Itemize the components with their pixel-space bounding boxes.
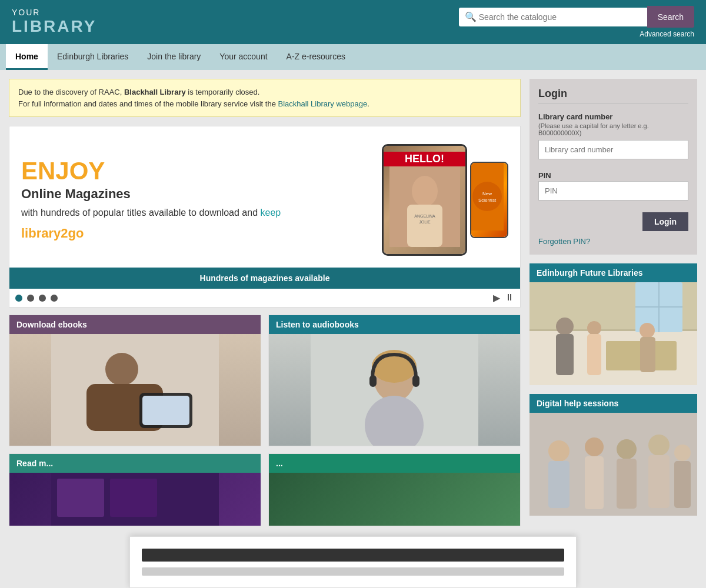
carousel: ENJOY Online Magazines with hundreds of …: [9, 126, 521, 308]
nav-item-eresources[interactable]: A-Z e-resources: [277, 44, 355, 70]
extra-box: ...: [268, 453, 521, 526]
edinburgh-future-image: [530, 282, 697, 385]
edinburgh-future-header[interactable]: Edinburgh Future Libraries: [530, 263, 697, 282]
search-area: 🔍 Search Advanced search: [459, 6, 694, 38]
library2go-num: 2: [61, 226, 68, 240]
carousel-keep: keep: [261, 208, 281, 218]
notice-text3: .: [367, 99, 369, 108]
audiobooks-illustration: [269, 334, 520, 446]
carousel-dot-4[interactable]: [51, 295, 58, 302]
phone-illustration: New Scientist: [471, 163, 504, 230]
nav-item-join[interactable]: Join the library: [138, 44, 210, 70]
magazine-tablet: HELLO! ANGELINA JOLIE: [382, 144, 467, 256]
svg-rect-38: [640, 337, 655, 372]
read-box-label-cut: ...: [46, 459, 54, 468]
read-box-image: [9, 473, 261, 526]
advanced-search-link[interactable]: Advanced search: [640, 30, 694, 38]
library2go-go: go: [68, 226, 84, 240]
nav-item-edinburgh[interactable]: Edinburgh Libraries: [48, 44, 138, 70]
forgotten-pin-link[interactable]: Forgotten PIN?: [538, 237, 688, 246]
notice-bold: Blackhall Library: [124, 88, 186, 96]
svg-point-46: [648, 435, 670, 456]
phone-inner: New Scientist: [471, 163, 507, 237]
logo-your: YOUR: [12, 8, 96, 17]
read-svg: [9, 473, 261, 526]
audiobooks-svg: [269, 334, 520, 446]
svg-text:HELLO!: HELLO!: [410, 155, 438, 163]
svg-rect-36: [587, 334, 601, 375]
carousel-play-pause[interactable]: ▶ ⏸: [493, 292, 514, 303]
carousel-dot-1[interactable]: [15, 295, 22, 302]
svg-rect-19: [369, 375, 377, 387]
edinburgh-svg: [530, 282, 697, 385]
ebooks-header[interactable]: Download ebooks: [9, 315, 261, 334]
svg-rect-25: [110, 479, 157, 517]
site-header: YOUR LIBRARY 🔍 Search Advanced search: [0, 0, 706, 44]
content-right: Login Library card number (Please use a …: [530, 79, 697, 526]
ebooks-svg: [9, 334, 261, 446]
library2go-logo: library2go: [21, 226, 382, 241]
search-button[interactable]: Search: [647, 6, 694, 28]
extra-box-label: ...: [276, 459, 283, 468]
main-content: Due to the discovery of RAAC, Blackhall …: [0, 70, 706, 535]
play-icon[interactable]: ▶: [493, 292, 500, 303]
pause-icon[interactable]: ⏸: [505, 292, 514, 303]
svg-point-42: [585, 437, 604, 456]
main-nav: Home Edinburgh Libraries Join the librar…: [0, 44, 706, 70]
svg-point-44: [617, 439, 637, 459]
magazine-phone: New Scientist: [470, 162, 508, 238]
carousel-heading: Online Magazines: [21, 186, 382, 202]
nav-item-home[interactable]: Home: [6, 44, 48, 70]
svg-rect-1: [389, 153, 460, 165]
extra-box-header[interactable]: ...: [269, 454, 520, 473]
digital-help-header[interactable]: Digital help sessions: [530, 394, 697, 413]
carousel-dot-3[interactable]: [39, 295, 46, 302]
card-number-input[interactable]: [538, 140, 688, 159]
carousel-text: ENJOY Online Magazines with hundreds of …: [21, 159, 382, 240]
search-input-wrap: 🔍: [459, 8, 647, 26]
read-box-label: Read m: [16, 459, 46, 468]
audiobooks-header[interactable]: Listen to audiobooks: [269, 315, 520, 334]
svg-text:ANGELINA: ANGELINA: [414, 214, 435, 218]
svg-rect-41: [548, 461, 570, 508]
feature-ebooks: Download ebooks: [9, 315, 261, 446]
svg-rect-15: [142, 396, 189, 425]
logo-library: LIBRARY: [12, 18, 96, 36]
card-number-hint: (Please use a capital for any letter e.g…: [538, 122, 688, 136]
svg-rect-20: [412, 375, 419, 387]
edinburgh-future-card: Edinburgh Future Libraries: [530, 263, 697, 385]
tablet-illustration: HELLO! ANGELINA JOLIE: [389, 153, 460, 247]
svg-rect-49: [674, 461, 691, 508]
svg-rect-34: [556, 334, 574, 375]
carousel-images: HELLO! ANGELINA JOLIE: [382, 144, 508, 256]
site-logo[interactable]: YOUR LIBRARY: [12, 8, 96, 35]
svg-text:New: New: [482, 191, 492, 196]
read-box-header[interactable]: Read m...: [9, 454, 261, 473]
digital-help-svg: [530, 413, 697, 516]
ebooks-image: [9, 334, 261, 446]
carousel-controls: ▶ ⏸: [9, 289, 520, 307]
read-box: Read m...: [9, 453, 261, 526]
notice-text-after: is temporarily closed.: [186, 88, 260, 96]
digital-help-card: Digital help sessions: [530, 394, 697, 516]
ebooks-illustration: [9, 334, 261, 446]
svg-rect-24: [57, 479, 104, 517]
svg-rect-4: [407, 205, 442, 247]
pin-input[interactable]: [538, 181, 688, 201]
notice-link[interactable]: Blackhall Library webpage: [278, 99, 367, 108]
library2go-text: library: [21, 226, 61, 240]
audiobooks-image: [269, 334, 520, 446]
svg-point-37: [640, 323, 655, 338]
svg-point-48: [674, 445, 691, 461]
svg-point-8: [472, 182, 502, 211]
carousel-dot-2[interactable]: [27, 295, 34, 302]
tablet-inner: HELLO! ANGELINA JOLIE: [384, 146, 465, 254]
search-input[interactable]: [459, 8, 647, 26]
card-number-label: Library card number: [538, 112, 688, 121]
login-button[interactable]: Login: [642, 212, 688, 231]
carousel-caption: Hundreds of magazines available: [9, 268, 520, 289]
svg-point-33: [556, 318, 574, 335]
carousel-desc: with hundreds of popular titles availabl…: [21, 206, 382, 219]
carousel-content: ENJOY Online Magazines with hundreds of …: [9, 126, 520, 268]
nav-item-account[interactable]: Your account: [210, 44, 277, 70]
